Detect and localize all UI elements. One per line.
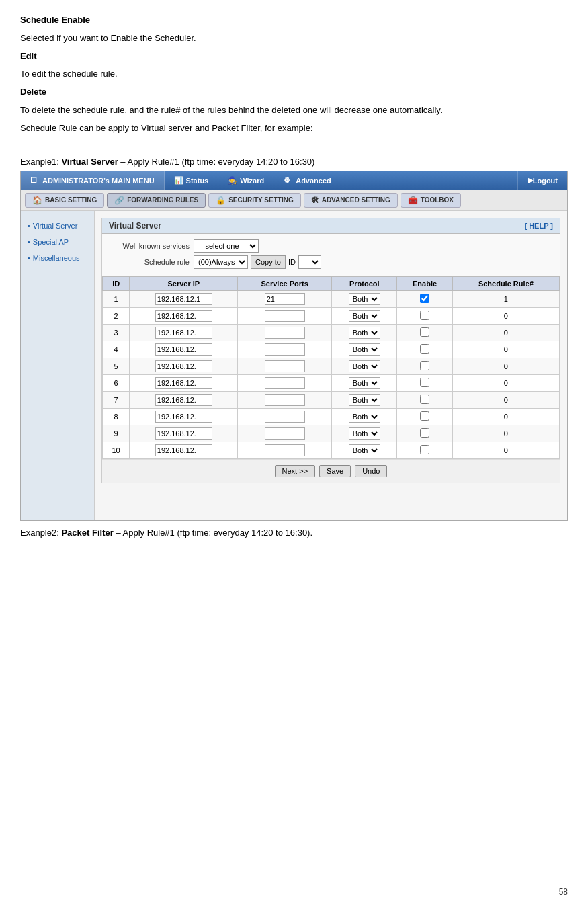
schedule-rule-label: Schedule rule bbox=[109, 258, 190, 266]
cell-service-ports bbox=[238, 391, 332, 408]
protocol-select[interactable]: Both bbox=[349, 394, 380, 406]
example1-label: Exanple1: Virtual Server – Apply Rule#1 … bbox=[20, 157, 568, 167]
cell-enable bbox=[397, 442, 452, 458]
col-server-ip: Server IP bbox=[130, 276, 238, 290]
server-ip-input[interactable] bbox=[155, 377, 212, 389]
cell-service-ports bbox=[238, 442, 332, 458]
protocol-select[interactable]: Both bbox=[349, 343, 380, 356]
cell-enable bbox=[397, 324, 452, 341]
server-ip-input[interactable] bbox=[155, 310, 212, 322]
cell-server-ip bbox=[130, 324, 238, 341]
service-ports-input[interactable] bbox=[265, 343, 305, 356]
service-ports-input[interactable] bbox=[265, 411, 305, 423]
nav-forwarding-rules[interactable]: 🔗 FORWARDING RULES bbox=[107, 193, 206, 208]
example2-label: Exanple2: Packet Filter – Apply Rule#1 (… bbox=[20, 528, 568, 538]
cell-id: 8 bbox=[103, 408, 130, 425]
sidebar-item-virtual-server[interactable]: Virtual Server bbox=[21, 218, 94, 234]
router-ui-frame: ☐ ADMINISTRATOR's MAIN MENU 📊 Status 🧙 W… bbox=[20, 171, 568, 521]
nav-admin[interactable]: ☐ ADMINISTRATOR's MAIN MENU bbox=[21, 171, 165, 190]
edit-desc: To edit the schedule rule. bbox=[20, 67, 568, 81]
main-content: Virtual Server Special AP Miscellaneous … bbox=[21, 211, 567, 520]
enable-checkbox[interactable] bbox=[420, 294, 429, 303]
protocol-select[interactable]: Both bbox=[349, 293, 380, 305]
server-ip-input[interactable] bbox=[155, 444, 212, 456]
table-row: 4Both0 bbox=[103, 341, 560, 358]
server-ip-input[interactable] bbox=[155, 327, 212, 339]
cell-protocol: Both bbox=[332, 324, 397, 341]
copy-to-button[interactable]: Copy to bbox=[251, 255, 286, 269]
server-ip-input[interactable] bbox=[155, 293, 212, 305]
nav-wizard[interactable]: 🧙 Wizard bbox=[218, 171, 274, 190]
enable-checkbox[interactable] bbox=[420, 445, 429, 454]
enable-checkbox[interactable] bbox=[420, 411, 429, 421]
cell-protocol: Both bbox=[332, 341, 397, 358]
id-select[interactable]: -- bbox=[298, 255, 321, 269]
enable-checkbox[interactable] bbox=[420, 361, 429, 370]
sidebar-item-miscellaneous[interactable]: Miscellaneous bbox=[21, 250, 94, 266]
enable-checkbox[interactable] bbox=[420, 395, 429, 404]
protocol-select[interactable]: Both bbox=[349, 444, 380, 456]
cell-protocol: Both bbox=[332, 374, 397, 391]
cell-enable bbox=[397, 290, 452, 307]
admin-icon: ☐ bbox=[30, 176, 40, 185]
save-button[interactable]: Save bbox=[319, 465, 351, 477]
server-ip-input[interactable] bbox=[155, 394, 212, 406]
service-ports-input[interactable] bbox=[265, 327, 305, 339]
nav-security-setting[interactable]: 🔒 SECURITY SETTING bbox=[208, 193, 301, 208]
protocol-select[interactable]: Both bbox=[349, 360, 380, 372]
protocol-select[interactable]: Both bbox=[349, 411, 380, 423]
cell-enable bbox=[397, 391, 452, 408]
delete-label: Delete bbox=[20, 87, 46, 97]
nav-logout[interactable]: ▶ Logout bbox=[517, 171, 567, 190]
service-ports-input[interactable] bbox=[265, 394, 305, 406]
cell-server-ip bbox=[130, 358, 238, 374]
cell-server-ip bbox=[130, 307, 238, 324]
nav-advanced-setting[interactable]: 🛠 ADVANCED SETTING bbox=[304, 193, 398, 208]
nav-status[interactable]: 📊 Status bbox=[165, 171, 219, 190]
cell-schedule-rule: 0 bbox=[452, 408, 559, 425]
protocol-select[interactable]: Both bbox=[349, 427, 380, 440]
cell-schedule-rule: 0 bbox=[452, 358, 559, 374]
service-ports-input[interactable] bbox=[265, 293, 305, 305]
service-ports-input[interactable] bbox=[265, 377, 305, 389]
enable-checkbox[interactable] bbox=[420, 327, 429, 337]
vs-help-link[interactable]: [ HELP ] bbox=[524, 222, 553, 230]
cell-service-ports bbox=[238, 324, 332, 341]
server-ip-input[interactable] bbox=[155, 343, 212, 356]
cell-enable bbox=[397, 358, 452, 374]
service-ports-input[interactable] bbox=[265, 310, 305, 322]
cell-schedule-rule: 1 bbox=[452, 290, 559, 307]
sidebar-item-special-ap[interactable]: Special AP bbox=[21, 234, 94, 250]
service-ports-input[interactable] bbox=[265, 444, 305, 456]
cell-service-ports bbox=[238, 341, 332, 358]
nav-advanced[interactable]: ⚙ Advanced bbox=[274, 171, 341, 190]
action-row: Next >> Save Undo bbox=[102, 459, 560, 483]
protocol-select[interactable]: Both bbox=[349, 310, 380, 322]
enable-checkbox[interactable] bbox=[420, 344, 429, 354]
well-known-select[interactable]: -- select one -- bbox=[194, 239, 259, 253]
nav-basic-setting[interactable]: 🏠 BASIC SETTING bbox=[25, 193, 104, 208]
cell-id: 1 bbox=[103, 290, 130, 307]
server-ip-input[interactable] bbox=[155, 427, 212, 440]
enable-checkbox[interactable] bbox=[420, 378, 429, 387]
cell-service-ports bbox=[238, 307, 332, 324]
server-ip-input[interactable] bbox=[155, 411, 212, 423]
id-label: ID bbox=[288, 258, 296, 266]
table-row: 5Both0 bbox=[103, 358, 560, 374]
nav-toolbox[interactable]: 🧰 TOOLBOX bbox=[401, 193, 461, 208]
table-row: 8Both0 bbox=[103, 408, 560, 425]
enable-checkbox[interactable] bbox=[420, 311, 429, 320]
forwarding-icon: 🔗 bbox=[114, 196, 124, 205]
protocol-select[interactable]: Both bbox=[349, 377, 380, 389]
undo-button[interactable]: Undo bbox=[355, 465, 387, 477]
basic-setting-icon: 🏠 bbox=[32, 196, 42, 205]
schedule-enable-desc: Selected if you want to Enable the Sched… bbox=[20, 32, 568, 46]
page-number: 58 bbox=[559, 887, 568, 897]
schedule-rule-select[interactable]: (00)Always bbox=[194, 255, 248, 269]
server-ip-input[interactable] bbox=[155, 360, 212, 372]
service-ports-input[interactable] bbox=[265, 360, 305, 372]
service-ports-input[interactable] bbox=[265, 427, 305, 440]
protocol-select[interactable]: Both bbox=[349, 327, 380, 339]
enable-checkbox[interactable] bbox=[420, 428, 429, 438]
next-button[interactable]: Next >> bbox=[275, 465, 316, 477]
